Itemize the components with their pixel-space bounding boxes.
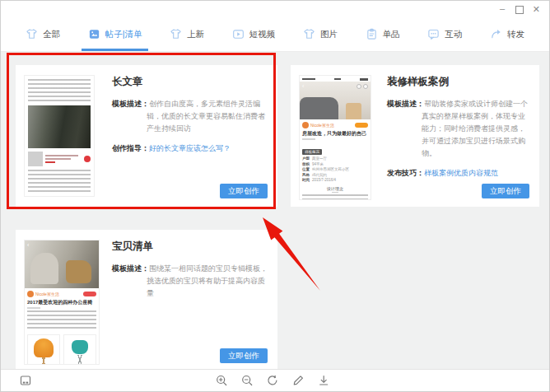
phone-preview-thumbnail: ‹ Nicole家生活 房屋改造，只为做最好的自己 样板概况 户型两室一厅 面积… bbox=[299, 75, 371, 200]
guide-link[interactable]: 好的长文章应该怎么写？ bbox=[149, 144, 231, 152]
tab-interaction[interactable]: 互动 bbox=[427, 17, 462, 51]
orange-chair-image bbox=[27, 334, 60, 365]
post-title: 房屋改造，只为做最好的自己 bbox=[300, 129, 371, 137]
card-title: 宝贝清单 bbox=[112, 240, 269, 254]
clipboard-icon bbox=[366, 28, 378, 40]
creation-guide: 创作指导：好的长文章应该怎么写？ bbox=[112, 142, 269, 155]
post-title: 2017最受欢迎的四种办公座椅 bbox=[25, 298, 99, 306]
video-icon bbox=[232, 28, 245, 40]
tab-all[interactable]: 全部 bbox=[26, 17, 60, 51]
avatar bbox=[27, 291, 34, 297]
post-list-icon bbox=[88, 28, 100, 40]
publish-tips: 发布技巧：样板案例优质内容规范 bbox=[387, 167, 531, 180]
create-now-button[interactable]: 立即创作 bbox=[482, 184, 529, 198]
back-chevron-icon: ‹ bbox=[27, 242, 29, 249]
design-concept-heading: 设计理念 bbox=[300, 186, 371, 193]
follow-badge bbox=[83, 292, 96, 296]
tab-label: 全部 bbox=[43, 29, 60, 40]
zoom-in-icon[interactable] bbox=[215, 374, 228, 387]
tab-bar: 全部 帖子|清单 上新 短视频 图片 bbox=[1, 17, 549, 52]
tab-new-arrival[interactable]: 上新 bbox=[170, 17, 204, 51]
photo-action-icon bbox=[357, 84, 361, 89]
tshirt-icon bbox=[26, 28, 38, 40]
edit-icon[interactable] bbox=[291, 374, 305, 387]
back-chevron-icon: ‹ bbox=[302, 83, 304, 90]
placeholder-text bbox=[302, 194, 368, 201]
buy-icon bbox=[84, 156, 91, 162]
tab-label: 上新 bbox=[187, 29, 204, 40]
product-thumbnail bbox=[28, 152, 43, 166]
tab-label: 帖子|清单 bbox=[105, 29, 142, 40]
phone-status-bar bbox=[300, 76, 371, 82]
tab-single-item[interactable]: 单品 bbox=[366, 17, 400, 51]
article-photo bbox=[28, 105, 91, 148]
card-title: 装修样板案例 bbox=[387, 75, 531, 89]
template-card-decor-case[interactable]: ‹ Nicole家生活 房屋改造，只为做最好的自己 样板概况 户型两室一厅 面积… bbox=[291, 65, 539, 207]
tab-label: 互动 bbox=[445, 29, 462, 40]
tab-label: 转发 bbox=[507, 29, 524, 40]
photo-action-icon bbox=[363, 84, 368, 89]
tab-repost[interactable]: 转发 bbox=[490, 17, 524, 51]
chairs-photo: ‹ bbox=[25, 240, 99, 288]
article-preview-thumbnail bbox=[24, 75, 95, 197]
placeholder-text bbox=[27, 310, 96, 330]
placeholder-text bbox=[28, 170, 91, 192]
create-now-button[interactable]: 立即创作 bbox=[220, 348, 268, 363]
template-description: 模板描述：创作自由度高，多元素组件灵活编辑，优质的长文章更容易黏住消费者产生持续… bbox=[112, 98, 269, 135]
list-preview-thumbnail: ‹ Nicole家生活 2017最受欢迎的四种办公座椅 bbox=[24, 240, 100, 365]
create-now-button[interactable]: 立即创作 bbox=[220, 184, 268, 198]
tab-post-list[interactable]: 帖子|清单 bbox=[88, 17, 142, 51]
template-card-item-list[interactable]: ‹ Nicole家生活 2017最受欢迎的四种办公座椅 宝贝清单 模板描述：围绕… bbox=[16, 230, 277, 371]
maximize-button[interactable] bbox=[515, 6, 524, 14]
living-room-photo: ‹ bbox=[300, 82, 371, 119]
tshirt-icon bbox=[303, 28, 315, 40]
refresh-icon[interactable] bbox=[266, 374, 279, 387]
username: Nicole家生活 bbox=[310, 123, 334, 128]
follow-badge bbox=[355, 123, 368, 128]
save-icon[interactable] bbox=[19, 374, 32, 387]
tab-label: 短视频 bbox=[249, 29, 276, 40]
titlebar: – ✕ bbox=[1, 1, 549, 17]
zoom-out-icon[interactable] bbox=[240, 374, 254, 387]
tab-image[interactable]: 图片 bbox=[303, 17, 338, 51]
template-card-long-article[interactable]: 长文章 模板描述：创作自由度高，多元素组件灵活编辑，优质的长文章更容易黏住消费者… bbox=[16, 65, 277, 207]
template-description: 模板描述：帮助装修卖家或设计师创建一个真实的整屋样板案例，体现专业能力；同时给消… bbox=[387, 98, 531, 160]
card-title: 长文章 bbox=[112, 75, 269, 89]
close-button[interactable]: ✕ bbox=[533, 4, 540, 14]
tips-link[interactable]: 样板案例优质内容规范 bbox=[424, 169, 498, 177]
share-arrow-icon bbox=[490, 28, 502, 40]
teal-chair-image bbox=[63, 334, 96, 365]
tab-short-video[interactable]: 短视频 bbox=[232, 17, 276, 51]
tshirt-icon bbox=[170, 28, 182, 40]
overview-tag: 样板概况 bbox=[302, 149, 322, 155]
template-description: 模板描述：围绕某一相同话题的宝贝专辑模板，挑选优质的宝贝将有助于提高内容质量 bbox=[112, 263, 269, 300]
price-text bbox=[45, 161, 55, 163]
download-icon[interactable] bbox=[317, 374, 330, 387]
placeholder-text bbox=[28, 79, 91, 103]
chat-bubble-icon bbox=[427, 28, 440, 40]
content-area: 长文章 模板描述：创作自由度高，多元素组件灵活编辑，优质的长文章更容易黏住消费者… bbox=[1, 52, 549, 371]
tab-label: 图片 bbox=[320, 29, 338, 40]
tab-label: 单品 bbox=[383, 29, 400, 40]
app-window: – ✕ 全部 帖子|清单 上新 短视频 bbox=[0, 0, 550, 392]
minimize-button[interactable]: – bbox=[500, 3, 505, 13]
avatar bbox=[302, 122, 309, 128]
product-card bbox=[28, 151, 91, 167]
username: Nicole家生活 bbox=[35, 292, 59, 296]
bottom-toolbar bbox=[1, 369, 549, 391]
